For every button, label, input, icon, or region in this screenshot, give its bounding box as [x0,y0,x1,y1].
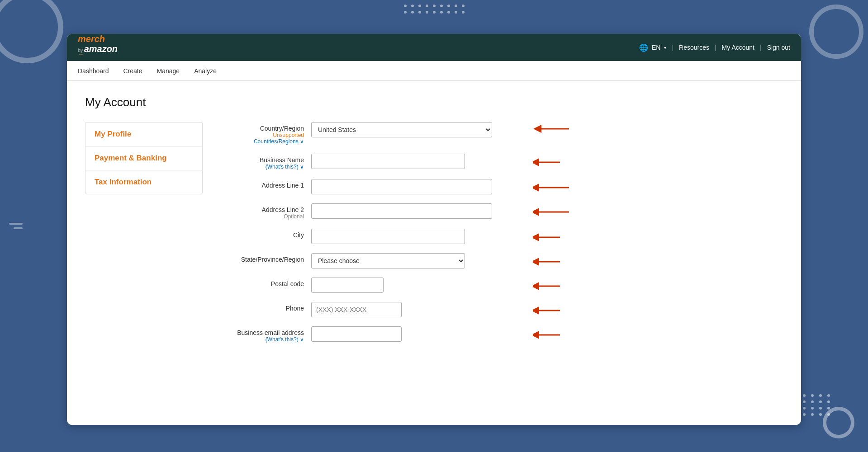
address-line2-input[interactable] [311,203,492,219]
business-name-label: Business Name [221,156,304,164]
sub-navigation: Dashboard Create Manage Analyze [67,61,801,81]
nav-dashboard[interactable]: Dashboard [78,67,109,75]
nav-analyze[interactable]: Analyze [194,67,217,75]
address-line2-row: Address Line 2 Optional [221,203,528,220]
sidebar-item-my-profile[interactable]: My Profile [85,122,203,146]
logo-smile: ⌒ [78,54,118,61]
postal-code-row: Postal code [221,278,528,293]
logo: merch by amazon ⌒ [78,34,118,61]
phone-label-col: Phone [221,302,311,312]
arrow-address1 [533,181,574,194]
postal-code-label-col: Postal code [221,278,311,287]
country-region-label-col: Country/Region Unsupported Countries/Reg… [221,122,311,145]
countries-regions-label[interactable]: Countries/Regions ∨ [221,138,304,145]
city-input-col [311,229,528,244]
state-province-row: State/Province/Region Please choose [221,253,528,268]
state-select[interactable]: Please choose [311,253,465,268]
sidebar: My Profile Payment & Banking Tax Informa… [85,122,203,352]
resources-link[interactable]: Resources [679,44,709,51]
address-line1-input[interactable] [311,179,492,194]
address-line1-input-col [311,179,528,194]
arrow-phone [533,304,564,317]
country-region-input-col: United States [311,122,528,137]
address-line1-label: Address Line 1 [221,182,304,189]
logo-amazon: amazon [84,44,118,54]
unsupported-label[interactable]: Unsupported [221,132,304,138]
address-line1-label-col: Address Line 1 [221,179,311,189]
separator-2: | [715,44,716,51]
business-email-input[interactable] [311,326,402,342]
topnav-right: 🌐 EN ▾ | Resources | My Account | Sign o… [639,43,790,52]
arrow-business-name [533,155,564,169]
lang-chevron[interactable]: ▾ [664,45,666,50]
logo-merch: merch [78,34,118,44]
business-email-row: Business email address (What's this?) ∨ [221,326,528,343]
lang-text: EN [652,44,660,51]
address-line2-label: Address Line 2 [221,206,304,213]
address-line2-input-col [311,203,528,219]
separator-3: | [760,44,762,51]
business-name-label-col: Business Name (What's this?) ∨ [221,154,311,170]
state-label-col: State/Province/Region [221,253,311,263]
sidebar-item-tax-information[interactable]: Tax Information [85,170,203,194]
arrow-postal [533,279,564,293]
arrow-state [533,255,564,268]
phone-label: Phone [221,305,304,312]
bg-dots-top [404,5,465,14]
postal-code-label: Postal code [221,280,304,287]
page-title: My Account [85,95,783,109]
country-region-label: Country/Region [221,125,304,132]
address-line1-row: Address Line 1 [221,179,528,194]
business-email-input-col [311,326,528,342]
main-container: merch by amazon ⌒ 🌐 EN ▾ | Resources | M… [67,34,801,425]
country-region-select[interactable]: United States [311,122,492,137]
my-account-link[interactable]: My Account [722,44,754,51]
state-label: State/Province/Region [221,256,304,263]
page-content: My Account My Profile Payment & Banking … [67,81,801,425]
nav-manage[interactable]: Manage [157,67,180,75]
top-navigation: merch by amazon ⌒ 🌐 EN ▾ | Resources | M… [67,34,801,61]
bg-circle-bottom-right [823,407,854,438]
bg-circle-top-left [0,0,63,63]
optional-label: Optional [221,213,304,220]
business-name-row: Business Name (What's this?) ∨ [221,154,528,170]
sign-out-link[interactable]: Sign out [767,44,790,51]
city-label-col: City [221,229,311,239]
nav-create[interactable]: Create [123,67,142,75]
bg-circle-top-right [809,5,863,59]
phone-input-col [311,302,528,317]
whats-this-label[interactable]: (What's this?) ∨ [221,164,304,170]
business-name-input[interactable] [311,154,465,169]
globe-icon: 🌐 [639,43,648,52]
profile-form: Country/Region Unsupported Countries/Reg… [221,122,528,352]
business-name-input-col [311,154,528,169]
arrow-address2 [533,205,574,219]
city-row: City [221,229,528,244]
phone-input[interactable] [311,302,402,317]
separator-1: | [672,44,674,51]
postal-code-input[interactable] [311,278,384,293]
phone-row: Phone [221,302,528,317]
account-layout: My Profile Payment & Banking Tax Informa… [85,122,783,352]
state-input-col: Please choose [311,253,528,268]
arrow-country [533,122,574,136]
city-label: City [221,231,304,239]
city-input[interactable] [311,229,465,244]
arrow-email [533,328,564,342]
country-region-row: Country/Region Unsupported Countries/Reg… [221,122,528,145]
postal-code-input-col [311,278,528,293]
sidebar-item-payment-banking[interactable]: Payment & Banking [85,146,203,170]
business-email-label-col: Business email address (What's this?) ∨ [221,326,311,343]
whats-this2-label[interactable]: (What's this?) ∨ [221,336,304,343]
arrow-city [533,231,564,244]
logo-by: by [78,47,83,53]
bg-lines-left [9,223,23,229]
business-email-label: Business email address [221,329,304,336]
address-line2-label-col: Address Line 2 Optional [221,203,311,220]
